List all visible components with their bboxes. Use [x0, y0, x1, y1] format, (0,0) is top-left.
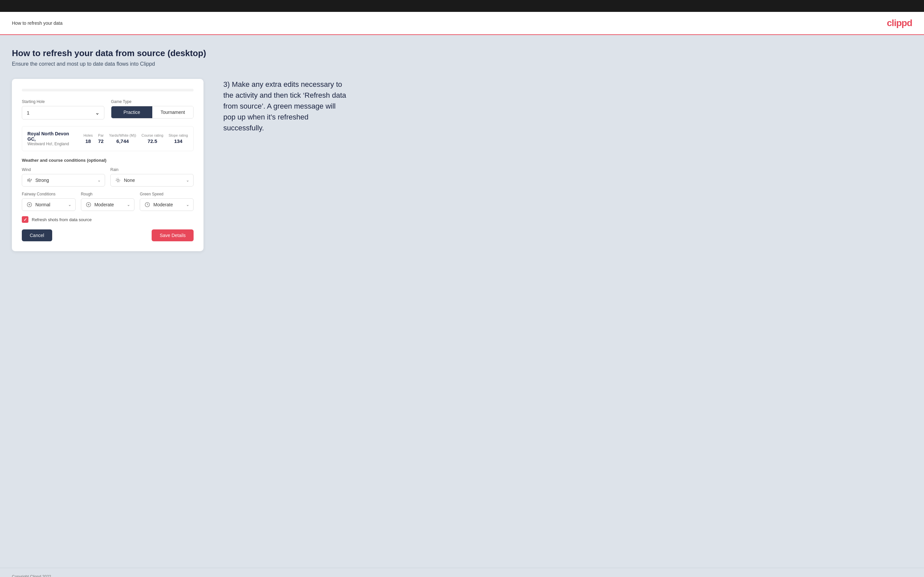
green-speed-icon	[144, 201, 151, 208]
rough-icon	[85, 201, 92, 208]
starting-hole-select[interactable]: 1 ⌄	[22, 106, 104, 119]
info-text: 3) Make any extra edits necessary to the…	[223, 79, 349, 133]
green-speed-chevron-icon: ⌄	[186, 202, 189, 207]
top-form-row: Starting Hole 1 ⌄ Game Type Practice Tou…	[22, 99, 194, 119]
page-subtitle: Ensure the correct and most up to date d…	[12, 61, 912, 67]
footer: Copyright Clippd 2022	[0, 568, 924, 577]
starting-hole-label: Starting Hole	[22, 99, 104, 104]
starting-hole-group: Starting Hole 1 ⌄	[22, 99, 104, 119]
rough-select[interactable]: Moderate ⌄	[81, 198, 135, 211]
page-title: How to refresh your data from source (de…	[12, 48, 912, 58]
wind-group: Wind Strong ⌄	[22, 168, 105, 187]
course-slope-value: 134	[168, 138, 188, 144]
game-type-group: Game Type Practice Tournament	[111, 99, 194, 119]
course-slope-stat: Slope rating 134	[168, 133, 188, 144]
starting-hole-chevron-icon: ⌄	[95, 110, 99, 116]
tournament-button[interactable]: Tournament	[152, 106, 193, 118]
course-par-label: Par	[98, 133, 104, 137]
course-name-block: Royal North Devon GC, Westward Ho!, Engl…	[27, 131, 78, 146]
green-speed-select[interactable]: Moderate ⌄	[140, 198, 194, 211]
svg-line-4	[119, 182, 120, 182]
course-rating-label: Course rating	[141, 133, 163, 137]
rough-group: Rough Moderate ⌄	[81, 192, 135, 211]
green-speed-value: Moderate	[153, 202, 186, 207]
svg-point-0	[117, 179, 119, 182]
rough-chevron-icon: ⌄	[127, 202, 130, 207]
refresh-checkbox-row: Refresh shots from data source	[22, 216, 194, 223]
wind-label: Wind	[22, 168, 105, 172]
game-type-buttons: Practice Tournament	[111, 106, 194, 119]
rain-group: Rain None ⌄	[110, 168, 194, 187]
refresh-checkbox[interactable]	[22, 216, 28, 223]
starting-hole-value: 1	[27, 110, 29, 116]
course-par-value: 72	[98, 138, 104, 144]
cancel-button[interactable]: Cancel	[22, 229, 52, 241]
wind-value: Strong	[36, 177, 97, 183]
course-yards-stat: Yards/White (M)) 6,744	[109, 133, 136, 144]
rain-value: None	[124, 177, 186, 183]
rough-label: Rough	[81, 192, 135, 197]
course-name: Royal North Devon GC,	[27, 131, 78, 142]
course-holes-label: Holes	[84, 133, 93, 137]
rain-icon	[115, 177, 121, 184]
fairway-icon	[26, 201, 33, 208]
course-yards-value: 6,744	[109, 138, 136, 144]
course-rating-value: 72.5	[141, 138, 163, 144]
fairway-chevron-icon: ⌄	[68, 202, 71, 207]
wind-icon	[26, 177, 33, 184]
green-speed-label: Green Speed	[140, 192, 194, 197]
green-speed-group: Green Speed Moderate ⌄	[140, 192, 194, 211]
practice-button[interactable]: Practice	[111, 106, 152, 118]
main-content: How to refresh your data from source (de…	[0, 35, 924, 568]
conditions-heading: Weather and course conditions (optional)	[22, 158, 194, 163]
form-card: Starting Hole 1 ⌄ Game Type Practice Tou…	[12, 79, 204, 251]
fairway-label: Fairway Conditions	[22, 192, 76, 197]
header: How to refresh your data clippd	[0, 12, 924, 35]
fairway-select[interactable]: Normal ⌄	[22, 198, 76, 211]
wind-rain-row: Wind Strong ⌄ Rain	[22, 168, 194, 187]
game-type-label: Game Type	[111, 99, 194, 104]
course-slope-label: Slope rating	[168, 133, 188, 137]
course-holes-value: 18	[84, 138, 93, 144]
rough-value: Moderate	[94, 202, 127, 207]
wind-chevron-icon: ⌄	[97, 178, 101, 182]
top-divider	[22, 89, 194, 92]
rain-select[interactable]: None ⌄	[110, 174, 194, 187]
course-rating-stat: Course rating 72.5	[141, 133, 163, 144]
refresh-checkbox-label: Refresh shots from data source	[32, 217, 92, 222]
course-yards-label: Yards/White (M))	[109, 133, 136, 137]
course-par-stat: Par 72	[98, 133, 104, 144]
course-holes-stat: Holes 18	[84, 133, 93, 144]
rain-chevron-icon: ⌄	[186, 178, 189, 182]
top-bar	[0, 0, 924, 12]
wind-select[interactable]: Strong ⌄	[22, 174, 105, 187]
content-area: Starting Hole 1 ⌄ Game Type Practice Tou…	[12, 79, 912, 251]
logo: clippd	[887, 18, 912, 28]
course-info-row: Royal North Devon GC, Westward Ho!, Engl…	[22, 126, 194, 151]
footer-copyright: Copyright Clippd 2022	[12, 574, 51, 577]
fairway-group: Fairway Conditions Normal ⌄	[22, 192, 76, 211]
fairway-value: Normal	[36, 202, 68, 207]
course-location: Westward Ho!, England	[27, 142, 78, 146]
action-row: Cancel Save Details	[22, 229, 194, 241]
info-panel: 3) Make any extra edits necessary to the…	[223, 79, 349, 133]
save-button[interactable]: Save Details	[152, 229, 194, 241]
fairway-rough-green-row: Fairway Conditions Normal ⌄ Rough	[22, 192, 194, 211]
header-title: How to refresh your data	[12, 21, 63, 26]
rain-label: Rain	[110, 168, 194, 172]
